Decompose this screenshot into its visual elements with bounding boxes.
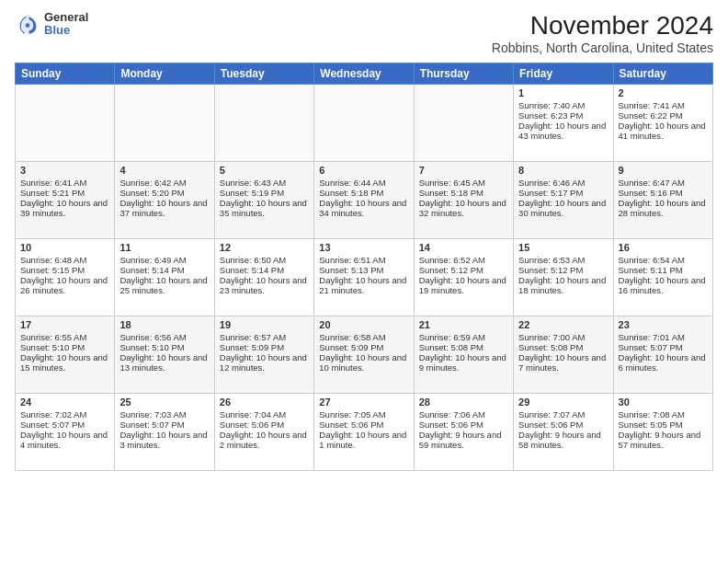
calendar-cell: 1Sunrise: 7:40 AMSunset: 6:23 PMDaylight… xyxy=(514,85,613,162)
calendar-cell: 20Sunrise: 6:58 AMSunset: 5:09 PMDayligh… xyxy=(314,316,414,394)
calendar-cell: 5Sunrise: 6:43 AMSunset: 5:19 PMDaylight… xyxy=(214,162,313,239)
day-number: 18 xyxy=(119,319,209,330)
day-info: Sunrise: 6:46 AM xyxy=(518,178,608,188)
calendar-cell: 24Sunrise: 7:02 AMSunset: 5:07 PMDayligh… xyxy=(16,394,115,471)
calendar-body: 1Sunrise: 7:40 AMSunset: 6:23 PMDaylight… xyxy=(16,85,713,471)
day-info: Sunrise: 7:02 AM xyxy=(20,409,109,419)
day-number: 28 xyxy=(419,396,508,408)
day-info: Sunset: 5:07 PM xyxy=(619,342,708,352)
day-number: 30 xyxy=(619,396,708,408)
day-number: 19 xyxy=(220,319,309,330)
day-number: 3 xyxy=(20,165,109,176)
calendar-cell: 27Sunrise: 7:05 AMSunset: 5:06 PMDayligh… xyxy=(314,394,414,471)
logo-general: General xyxy=(44,11,88,24)
day-number: 10 xyxy=(20,242,109,253)
day-info: Sunset: 5:08 PM xyxy=(518,342,608,352)
day-number: 15 xyxy=(518,242,608,253)
day-header: Thursday xyxy=(414,63,513,85)
day-info: Daylight: 10 hours and 16 minutes. xyxy=(619,275,708,295)
calendar-cell: 9Sunrise: 6:47 AMSunset: 5:16 PMDaylight… xyxy=(613,162,712,239)
calendar-cell xyxy=(314,85,414,162)
title-block: November 2024 Robbins, North Carolina, U… xyxy=(492,11,713,55)
calendar-cell xyxy=(214,85,313,162)
day-info: Sunset: 5:10 PM xyxy=(20,342,109,352)
day-info: Daylight: 10 hours and 10 minutes. xyxy=(319,352,408,373)
day-number: 21 xyxy=(419,319,508,330)
day-info: Sunrise: 7:00 AM xyxy=(518,332,608,342)
calendar-cell: 29Sunrise: 7:07 AMSunset: 5:06 PMDayligh… xyxy=(514,394,613,471)
day-info: Sunset: 5:09 PM xyxy=(220,342,309,352)
day-info: Daylight: 10 hours and 3 minutes. xyxy=(119,430,209,450)
day-info: Daylight: 10 hours and 32 minutes. xyxy=(419,198,508,218)
day-info: Sunrise: 6:53 AM xyxy=(518,255,608,265)
calendar-cell: 23Sunrise: 7:01 AMSunset: 5:07 PMDayligh… xyxy=(613,316,712,394)
day-number: 6 xyxy=(319,165,408,176)
day-info: Sunset: 5:21 PM xyxy=(20,188,109,198)
day-number: 27 xyxy=(319,396,408,408)
calendar-week: 1Sunrise: 7:40 AMSunset: 6:23 PMDaylight… xyxy=(16,85,713,162)
day-info: Sunrise: 6:56 AM xyxy=(119,332,209,342)
day-info: Sunset: 5:11 PM xyxy=(619,265,708,275)
calendar-cell: 28Sunrise: 7:06 AMSunset: 5:06 PMDayligh… xyxy=(414,394,513,471)
day-info: Sunrise: 6:58 AM xyxy=(319,332,408,342)
day-info: Sunrise: 6:59 AM xyxy=(419,332,508,342)
calendar-cell: 26Sunrise: 7:04 AMSunset: 5:06 PMDayligh… xyxy=(214,394,313,471)
calendar-cell: 14Sunrise: 6:52 AMSunset: 5:12 PMDayligh… xyxy=(414,239,513,316)
day-info: Daylight: 10 hours and 13 minutes. xyxy=(119,352,209,373)
calendar-week: 24Sunrise: 7:02 AMSunset: 5:07 PMDayligh… xyxy=(16,394,713,471)
calendar-cell: 25Sunrise: 7:03 AMSunset: 5:07 PMDayligh… xyxy=(115,394,214,471)
day-info: Daylight: 10 hours and 9 minutes. xyxy=(419,352,508,373)
day-number: 26 xyxy=(220,396,309,408)
day-number: 7 xyxy=(419,165,508,176)
day-info: Sunrise: 6:52 AM xyxy=(419,255,508,265)
logo-icon xyxy=(15,11,40,37)
day-info: Daylight: 10 hours and 37 minutes. xyxy=(119,198,209,218)
day-info: Daylight: 10 hours and 4 minutes. xyxy=(20,430,109,450)
day-number: 4 xyxy=(119,165,209,176)
day-info: Sunrise: 7:04 AM xyxy=(220,409,309,419)
calendar-cell: 22Sunrise: 7:00 AMSunset: 5:08 PMDayligh… xyxy=(514,316,613,394)
day-number: 12 xyxy=(220,242,309,253)
day-number: 23 xyxy=(619,319,708,330)
day-number: 25 xyxy=(119,396,209,408)
calendar-page: General Blue November 2024 Robbins, Nort… xyxy=(0,0,728,563)
day-info: Sunset: 5:06 PM xyxy=(319,419,408,430)
day-info: Daylight: 10 hours and 7 minutes. xyxy=(518,352,608,373)
day-info: Daylight: 10 hours and 41 minutes. xyxy=(619,121,708,141)
day-info: Daylight: 10 hours and 6 minutes. xyxy=(619,352,708,373)
calendar-cell: 6Sunrise: 6:44 AMSunset: 5:18 PMDaylight… xyxy=(314,162,414,239)
calendar-cell: 3Sunrise: 6:41 AMSunset: 5:21 PMDaylight… xyxy=(16,162,115,239)
calendar-header: SundayMondayTuesdayWednesdayThursdayFrid… xyxy=(16,63,713,85)
day-number: 24 xyxy=(20,396,109,408)
day-header: Monday xyxy=(115,63,214,85)
calendar-cell xyxy=(16,85,115,162)
location: Robbins, North Carolina, United States xyxy=(492,40,713,55)
month-title: November 2024 xyxy=(492,11,713,40)
day-info: Sunrise: 6:47 AM xyxy=(619,178,708,188)
calendar-cell: 21Sunrise: 6:59 AMSunset: 5:08 PMDayligh… xyxy=(414,316,513,394)
day-info: Sunset: 5:20 PM xyxy=(119,188,209,198)
day-info: Daylight: 10 hours and 30 minutes. xyxy=(518,198,608,218)
calendar-cell xyxy=(414,85,513,162)
calendar-week: 3Sunrise: 6:41 AMSunset: 5:21 PMDaylight… xyxy=(16,162,713,239)
day-info: Sunrise: 7:07 AM xyxy=(518,409,608,419)
calendar-cell xyxy=(115,85,214,162)
day-info: Daylight: 9 hours and 59 minutes. xyxy=(419,430,508,450)
day-info: Daylight: 10 hours and 34 minutes. xyxy=(319,198,408,218)
calendar-cell: 8Sunrise: 6:46 AMSunset: 5:17 PMDaylight… xyxy=(514,162,613,239)
day-header: Friday xyxy=(514,63,613,85)
day-info: Sunrise: 7:41 AM xyxy=(619,100,708,110)
day-info: Sunset: 5:16 PM xyxy=(619,188,708,198)
day-info: Sunrise: 7:40 AM xyxy=(518,100,608,110)
day-header: Saturday xyxy=(613,63,712,85)
day-number: 8 xyxy=(518,165,608,176)
day-info: Sunrise: 6:57 AM xyxy=(220,332,309,342)
day-info: Sunset: 5:06 PM xyxy=(220,419,309,430)
day-info: Sunrise: 6:49 AM xyxy=(119,255,209,265)
day-info: Sunrise: 6:45 AM xyxy=(419,178,508,188)
calendar-cell: 19Sunrise: 6:57 AMSunset: 5:09 PMDayligh… xyxy=(214,316,313,394)
day-info: Sunset: 5:08 PM xyxy=(419,342,508,352)
day-info: Sunrise: 7:08 AM xyxy=(619,409,708,419)
calendar-week: 10Sunrise: 6:48 AMSunset: 5:15 PMDayligh… xyxy=(16,239,713,316)
day-info: Daylight: 10 hours and 25 minutes. xyxy=(119,275,209,295)
